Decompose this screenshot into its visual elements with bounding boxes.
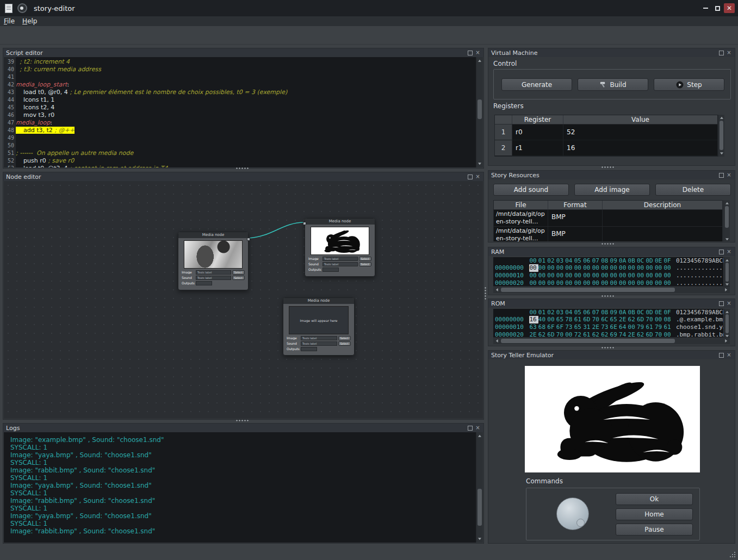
- generate-button[interactable]: Generate: [501, 78, 572, 91]
- vertical-splitter-handle[interactable]: [485, 287, 486, 301]
- register-value-cell[interactable]: 52: [563, 125, 717, 140]
- splitter-handle[interactable]: [601, 243, 615, 245]
- hex-byte[interactable]: 00: [663, 272, 672, 279]
- scroll-down-arrow[interactable]: [718, 151, 724, 157]
- format-cell[interactable]: BMP: [548, 210, 603, 226]
- resource-row[interactable]: /mnt/data/git/open-story-tell…BMP: [494, 210, 722, 227]
- hex-byte[interactable]: 00: [529, 272, 538, 279]
- hex-byte[interactable]: 00: [628, 264, 637, 272]
- outputs-value-box[interactable]: [196, 281, 212, 285]
- hex-byte[interactable]: 64: [619, 323, 628, 331]
- hex-byte[interactable]: 73: [565, 323, 574, 331]
- hex-byte[interactable]: 61: [663, 323, 672, 331]
- code-line[interactable]: ; t2: increment 4: [16, 58, 476, 66]
- hex-byte[interactable]: 6D: [637, 316, 646, 323]
- ram-hex-view[interactable]: 000102030405060708090A0B0C0D0E0F01234567…: [493, 257, 723, 287]
- hex-byte[interactable]: 68: [538, 323, 547, 331]
- hex-byte[interactable]: 40: [538, 316, 547, 323]
- scroll-down-arrow[interactable]: [724, 237, 730, 241]
- image-select-button[interactable]: Select: [338, 336, 351, 340]
- home-button[interactable]: Home: [616, 508, 693, 520]
- ram-panel-header[interactable]: RAM ×: [488, 247, 735, 256]
- hex-byte[interactable]: 79: [637, 323, 646, 331]
- hex-byte[interactable]: 00: [663, 264, 672, 272]
- description-cell[interactable]: [603, 227, 722, 241]
- code-line[interactable]: [16, 142, 476, 150]
- hex-byte[interactable]: 00: [655, 316, 663, 323]
- float-panel-icon[interactable]: [719, 250, 724, 254]
- vm-panel-header[interactable]: Virtual Machine ×: [488, 48, 735, 57]
- splitter-handle[interactable]: [235, 167, 250, 169]
- description-column-header[interactable]: Description: [603, 201, 722, 209]
- add-sound-button[interactable]: Add sound: [493, 184, 569, 196]
- hex-byte[interactable]: 00: [637, 272, 646, 279]
- hex-byte[interactable]: 00: [574, 264, 583, 272]
- resources-scrollbar[interactable]: [723, 200, 730, 241]
- hex-byte[interactable]: 61: [646, 323, 654, 331]
- outputs-value-box[interactable]: [323, 267, 339, 272]
- image-select-button[interactable]: Select: [232, 270, 245, 275]
- scroll-up-arrow[interactable]: [724, 257, 730, 262]
- scroll-right-arrow[interactable]: [723, 287, 730, 293]
- code-line[interactable]: load t0, @r0, 4 ; Le premier élément est…: [16, 89, 476, 96]
- rotary-knob[interactable]: [556, 497, 589, 530]
- register-name-cell[interactable]: r1: [512, 140, 563, 155]
- register-column-header[interactable]: Register: [512, 115, 563, 124]
- scrollbar-thumb[interactable]: [501, 288, 675, 292]
- format-column-header[interactable]: Format: [548, 201, 603, 209]
- hex-byte[interactable]: 00: [646, 272, 654, 279]
- register-row[interactable]: 1r052: [495, 125, 717, 140]
- rom-hex-view[interactable]: 000102030405060708090A0B0C0D0E0F01234567…: [493, 309, 723, 339]
- hex-byte[interactable]: 00: [538, 272, 547, 279]
- hex-byte[interactable]: 6F: [547, 323, 556, 331]
- hex-byte[interactable]: 63: [529, 323, 538, 331]
- hex-byte[interactable]: 00: [637, 264, 646, 272]
- close-panel-icon[interactable]: ×: [726, 172, 732, 178]
- scroll-down-arrow[interactable]: [476, 161, 483, 167]
- rom-panel-header[interactable]: ROM ×: [488, 299, 735, 308]
- float-panel-icon[interactable]: [719, 51, 724, 55]
- menu-file[interactable]: File: [0, 17, 18, 26]
- close-panel-icon[interactable]: ×: [726, 50, 732, 56]
- value-column-header[interactable]: Value: [563, 115, 717, 124]
- sound-select-button[interactable]: Select: [359, 262, 371, 266]
- register-name-cell[interactable]: r0: [512, 125, 563, 140]
- media-node-2[interactable]: Media node Image Texts label Select Soun…: [305, 218, 375, 277]
- hex-byte[interactable]: 31: [583, 323, 592, 331]
- hex-byte[interactable]: 73: [601, 323, 610, 331]
- hex-byte[interactable]: 00: [628, 272, 637, 279]
- scrollbar-thumb[interactable]: [477, 489, 482, 526]
- scroll-down-arrow[interactable]: [476, 536, 483, 543]
- build-button[interactable]: Build: [578, 78, 648, 91]
- hex-byte[interactable]: 00: [592, 272, 601, 279]
- node-title[interactable]: Media node: [305, 219, 375, 225]
- code-line[interactable]: [16, 134, 476, 142]
- hex-byte[interactable]: 65: [574, 323, 583, 331]
- float-panel-icon[interactable]: [719, 353, 724, 358]
- resources-table[interactable]: File Format Description /mnt/data/git/op…: [493, 200, 723, 241]
- sound-select-button[interactable]: Select: [338, 341, 351, 346]
- node-editor-panel-header[interactable]: Node editor ×: [3, 172, 483, 181]
- scrollbar-thumb[interactable]: [720, 121, 723, 150]
- script-editor-panel-header[interactable]: Script editor ×: [3, 48, 483, 57]
- register-row[interactable]: 2r116: [495, 140, 717, 156]
- code-line[interactable]: lcons t1, 1: [16, 96, 476, 104]
- scrollbar-thumb[interactable]: [501, 339, 675, 343]
- code-line[interactable]: media_loop_start:: [16, 81, 476, 89]
- file-cell[interactable]: /mnt/data/git/open-story-tell…: [494, 210, 548, 226]
- close-panel-icon[interactable]: ×: [475, 50, 481, 56]
- scroll-up-arrow[interactable]: [476, 57, 483, 64]
- scroll-right-arrow[interactable]: [723, 338, 730, 344]
- code-line[interactable]: add t3, t2 ; @++: [16, 127, 476, 134]
- hex-byte[interactable]: 2E: [619, 316, 628, 323]
- splitter-handle[interactable]: [235, 420, 250, 421]
- registers-table[interactable]: Register Value 1r0522r116: [494, 115, 718, 157]
- output-port[interactable]: [247, 238, 250, 241]
- scroll-up-arrow[interactable]: [718, 115, 724, 120]
- input-port[interactable]: [303, 222, 306, 225]
- ok-button[interactable]: Ok: [616, 493, 693, 505]
- add-image-button[interactable]: Add image: [574, 184, 650, 196]
- hex-byte[interactable]: 00: [655, 272, 663, 279]
- hex-row[interactable]: 000000001640006578616D706C652E626D700008…: [493, 316, 723, 323]
- scrollbar-thumb[interactable]: [725, 314, 729, 333]
